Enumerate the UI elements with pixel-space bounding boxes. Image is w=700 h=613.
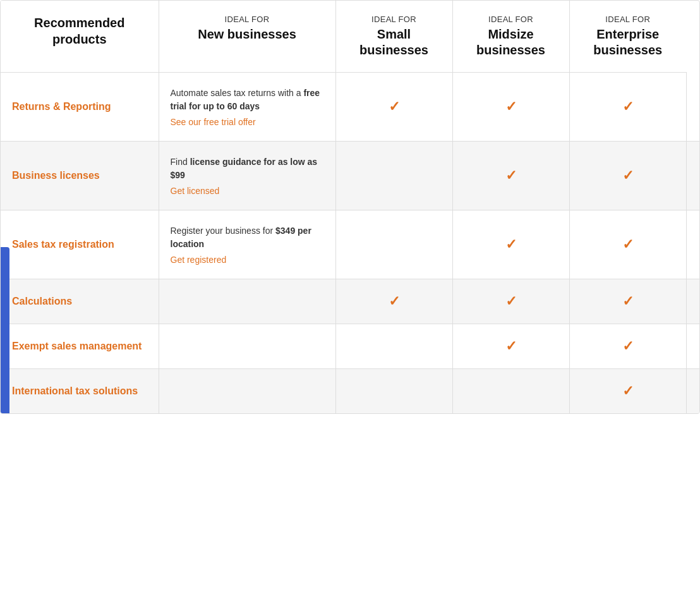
table-row: Calculations✓✓✓✓ [1,279,699,324]
check-cell: ✓ [335,279,452,324]
product-name-label: Exempt sales management [12,341,142,351]
header-biz-type-new: New businesses [171,27,324,42]
check-cell: ✓ [452,279,569,324]
product-name-cell: International tax solutions [1,369,159,414]
product-description-text: Find license guidance for as low as $99 [171,155,324,182]
check-cell [335,210,452,279]
product-description-text: Automate sales tax returns with a free t… [171,87,324,113]
check-cell: ✓ [569,324,686,369]
checkmark-icon: ✓ [698,99,701,115]
side-accent-bar [1,247,9,414]
header-row: Recommended products IDEAL FOR New busin… [1,1,699,73]
check-cell: ✓ [452,210,569,279]
check-cell [452,369,569,414]
check-cell: ✓ [569,73,686,142]
checkmark-icon: ✓ [505,293,517,310]
header-midsize-business-col: IDEAL FOR Midsize businesses [452,1,569,73]
checkmark-icon: ✓ [622,99,634,115]
product-description-cell: Find license guidance for as low as $99G… [159,142,335,210]
product-name-cell: Exempt sales management [1,324,159,369]
comparison-table: Recommended products IDEAL FOR New busin… [0,0,700,414]
checkmark-icon: ✓ [698,167,701,184]
check-cell: ✓ [686,142,699,210]
checkmark-icon: ✓ [622,236,634,253]
product-link[interactable]: Get licensed [171,186,324,196]
header-new-business-col: IDEAL FOR New businesses [159,1,335,73]
table-row: International tax solutions✓✓ [1,369,699,414]
product-link[interactable]: See our free trial offer [171,117,324,127]
header-ideal-for-small: IDEAL FOR [347,15,441,24]
product-name-cell: Returns & Reporting [1,73,159,142]
check-cell: ✓ [686,210,699,279]
check-cell [335,324,452,369]
table-row: Returns & ReportingAutomate sales tax re… [1,73,699,142]
check-cell: ✓ [569,142,686,210]
checkmark-icon: ✓ [622,383,634,399]
checkmark-icon: ✓ [698,293,701,310]
header-ideal-for-midsize: IDEAL FOR [464,15,558,24]
product-description-cell [159,369,335,414]
check-cell: ✓ [452,324,569,369]
header-small-business-col: IDEAL FOR Small businesses [335,1,452,73]
checkmark-icon: ✓ [505,167,517,184]
product-description-cell [159,324,335,369]
product-name-label: International tax solutions [12,385,138,396]
product-description-cell: Register your business for $349 per loca… [159,210,335,279]
header-biz-type-midsize: Midsize businesses [464,27,558,58]
product-name-label: Calculations [12,296,72,306]
product-description-cell: Automate sales tax returns with a free t… [159,73,335,142]
checkmark-icon: ✓ [622,167,634,184]
product-name-cell: Sales tax registration [1,210,159,279]
product-name-label: Returns & Reporting [12,101,111,112]
check-cell: ✓ [452,142,569,210]
check-cell: ✓ [686,73,699,142]
product-name-cell: Calculations [1,279,159,324]
checkmark-icon: ✓ [505,236,517,253]
check-cell: ✓ [569,369,686,414]
checkmark-icon: ✓ [698,236,701,253]
header-product-title: Recommended products [34,16,124,46]
checkmark-icon: ✓ [389,293,400,310]
check-cell: ✓ [686,369,699,414]
checkmark-icon: ✓ [622,338,634,355]
product-description-cell [159,279,335,324]
table-row: Business licensesFind license guidance f… [1,142,699,210]
checkmark-icon: ✓ [622,293,634,310]
table-row: Sales tax registrationRegister your busi… [1,210,699,279]
header-biz-type-small: Small businesses [347,27,441,58]
check-cell: ✓ [686,279,699,324]
product-name-cell: Business licenses [1,142,159,210]
checkmark-icon: ✓ [389,99,400,115]
check-cell: ✓ [686,324,699,369]
product-name-label: Business licenses [12,170,100,181]
check-cell: ✓ [452,73,569,142]
header-ideal-for-enterprise: IDEAL FOR [581,15,675,24]
product-name-label: Sales tax registration [12,239,114,250]
product-description-text: Register your business for $349 per loca… [171,224,324,251]
header-product-col: Recommended products [1,1,159,73]
check-cell [335,142,452,210]
check-cell: ✓ [569,210,686,279]
checkmark-icon: ✓ [698,383,701,399]
checkmark-icon: ✓ [698,338,701,355]
header-ideal-for-new: IDEAL FOR [171,15,324,24]
header-enterprise-business-col: IDEAL FOR Enterprise businesses [569,1,686,73]
check-cell: ✓ [569,279,686,324]
table-row: Exempt sales management✓✓✓ [1,324,699,369]
header-biz-type-enterprise: Enterprise businesses [581,27,675,58]
check-cell [335,369,452,414]
checkmark-icon: ✓ [505,99,517,115]
check-cell: ✓ [335,73,452,142]
checkmark-icon: ✓ [505,338,517,355]
product-link[interactable]: Get registered [171,255,324,265]
